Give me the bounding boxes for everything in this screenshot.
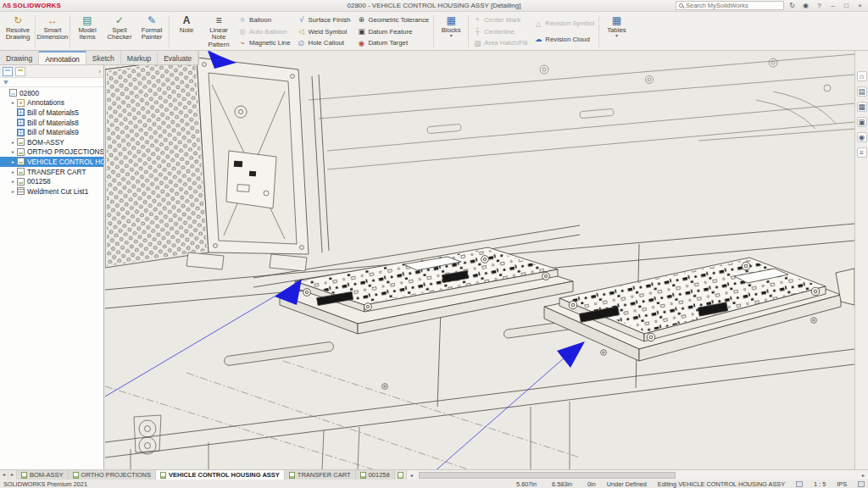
sheet-tab-transfer-cart[interactable]: TRANSFER CART [285, 470, 356, 480]
tab-drawing[interactable]: Drawing [0, 51, 39, 64]
tab-markup[interactable]: Markup [121, 51, 158, 64]
blocks-dropdown-icon[interactable]: ▾ [450, 34, 453, 38]
feature-tree: 02800 ▸ Annotations Bill of Materials5 B… [0, 87, 103, 469]
sheet-icon [17, 168, 25, 175]
tree-item-bom-assy[interactable]: ▸ BOM-ASSY [0, 137, 103, 147]
tree-item-bill-of-materials9[interactable]: Bill of Materials9 [0, 127, 103, 137]
scrollbar-thumb[interactable] [419, 472, 676, 479]
property-manager-tab-icon[interactable] [15, 67, 25, 76]
sheet-tab-vehicle-control-housing-assy[interactable]: VEHICLE CONTROL HOUSING ASSY [156, 470, 285, 480]
command-manager-ribbon: ↻ Resolve Drawing ↔ Smart Dimension ▤ Mo… [0, 12, 868, 51]
tab-annotation[interactable]: Annotation [39, 51, 86, 64]
surface-finish-button[interactable]: √ Surface Finish [296, 14, 353, 25]
blocks-button[interactable]: ▦ Blocks ▾ [435, 13, 467, 50]
bom-table-icon [17, 119, 25, 126]
status-y: 6.583in [552, 480, 572, 488]
panel-flyout-arrow-icon[interactable]: › [98, 68, 101, 75]
sheet-icon [289, 472, 295, 479]
centerline-button[interactable]: ┼ Centerline [471, 26, 529, 37]
status-z: 0in [587, 480, 596, 488]
area-hatch-fill-button[interactable]: ▨ Area Hatch/Fill [471, 37, 529, 48]
scroll-left-arrow-icon[interactable]: ◂ [407, 472, 416, 478]
maximize-button[interactable]: □ [841, 0, 852, 11]
area-hatch-fill-icon: ▨ [473, 39, 481, 47]
format-painter-button[interactable]: ✎ Format Painter [136, 13, 168, 50]
drawing-sheet[interactable] [105, 51, 854, 469]
task-pane-file-explorer-icon[interactable]: ▦ [857, 102, 867, 112]
weld-symbol-button[interactable]: ◁ Weld Symbol [296, 26, 353, 37]
add-sheet-icon[interactable] [395, 470, 407, 480]
minimize-button[interactable]: – [827, 0, 838, 11]
drawing-canvas[interactable] [105, 51, 854, 469]
tree-item-bill-of-materials8[interactable]: Bill of Materials8 [0, 118, 103, 128]
linear-note-pattern-button[interactable]: ≡ Linear Note Pattern [203, 13, 235, 50]
center-mark-button[interactable]: + Center Mark [471, 14, 529, 25]
tables-button[interactable]: ▦ Tables ▾ [600, 13, 632, 50]
magnetic-line-button[interactable]: ~ Magnetic Line [236, 37, 292, 48]
solidworks-logo-text: SOLIDWORKS [13, 2, 61, 9]
sync-icon[interactable]: ↻ [787, 0, 798, 11]
sheet-tab-bar: ◂ ▸ BOM-ASSY ORTHO PROJECTIONS VEHICLE C… [0, 469, 868, 480]
task-pane-resources-icon[interactable]: ⌂ [857, 71, 867, 81]
note-button[interactable]: A Note [170, 13, 203, 50]
surface-finish-icon: √ [298, 15, 306, 24]
tree-item-bill-of-materials5[interactable]: Bill of Materials5 [0, 108, 103, 118]
sheet-scroll-first-icon[interactable]: ◂ [0, 470, 8, 480]
tree-item-vehicle-control-housing-assy[interactable]: ▸ VEHICLE CONTROL HOUSING ASSY [0, 157, 103, 167]
sheet-tab-ortho-projections[interactable]: ORTHO PROJECTIONS [69, 470, 156, 480]
resolve-drawing-button[interactable]: ↻ Resolve Drawing [2, 13, 34, 50]
task-pane-custom-properties-icon[interactable]: ≡ [857, 147, 867, 158]
status-definition-state: Under Defined [607, 480, 647, 488]
revision-symbol-button[interactable]: △ Revision Symbol [532, 18, 596, 29]
datum-target-button[interactable]: ◉ Datum Target [355, 37, 431, 48]
auto-balloon-button[interactable]: ◎ Auto Balloon [236, 26, 292, 37]
sheet-scroll-last-icon[interactable]: ▸ [8, 470, 17, 480]
status-units[interactable]: IPS [837, 480, 847, 488]
tables-dropdown-icon[interactable]: ▾ [615, 34, 618, 38]
sheet-tab-bom-assy[interactable]: BOM-ASSY [17, 470, 69, 480]
scroll-right-arrow-icon[interactable]: ▸ [859, 472, 868, 478]
status-options-icon[interactable] [858, 481, 865, 487]
horizontal-scrollbar[interactable]: ◂ ▸ [407, 470, 868, 480]
tab-sketch[interactable]: Sketch [86, 51, 121, 64]
sheet-scale-icon[interactable] [796, 481, 803, 487]
tree-item-02800[interactable]: 02800 [0, 88, 103, 98]
center-mark-icon: + [473, 15, 481, 24]
task-pane-design-library-icon[interactable]: ▤ [857, 86, 867, 97]
sheet-icon [73, 472, 79, 479]
geometric-tolerance-button[interactable]: ⊕ Geometric Tolerance [355, 14, 431, 25]
task-pane-appearances-icon[interactable]: ◉ [857, 132, 867, 142]
smart-dimension-button[interactable]: ↔ Smart Dimension [36, 13, 69, 50]
spell-checker-button[interactable]: ✓ Spell Checker [103, 13, 136, 50]
tree-item-weldment-cut-list1[interactable]: ▸ Weldment Cut List1 [0, 186, 103, 197]
hole-callout-button[interactable]: ∅ Hole Callout [296, 37, 353, 48]
balloon-button[interactable]: ○ Balloon [236, 14, 292, 25]
revision-cloud-button[interactable]: ☁ Revision Cloud [532, 34, 596, 45]
help-icon[interactable]: ? [814, 0, 825, 11]
panel-filter-row [0, 78, 103, 87]
tree-item-ortho-projections[interactable]: ▸ ORTHO PROJECTIONS [0, 147, 103, 158]
task-pane-view-palette-icon[interactable]: ▣ [857, 117, 867, 127]
search-input[interactable] [686, 2, 781, 9]
status-sheet-scale[interactable]: 1 : 5 [814, 480, 826, 488]
revision-symbol-icon: △ [534, 19, 542, 28]
hole-callout-icon: ∅ [298, 39, 306, 47]
ribbon-column-symbols: √ Surface Finish ◁ Weld Symbol ∅ Hole Ca… [294, 13, 354, 50]
close-button[interactable]: × [854, 0, 865, 11]
featuremanager-tree-tab-icon[interactable] [3, 67, 13, 76]
note-icon: A [183, 14, 191, 27]
scrollbar-track[interactable] [416, 471, 859, 480]
model-items-button[interactable]: ▤ Model Items [71, 13, 103, 50]
tab-evaluate[interactable]: Evaluate [158, 51, 198, 64]
sheet-tab-001258[interactable]: 001258 [356, 470, 395, 480]
perforated-enclosure[interactable] [105, 58, 329, 271]
search-box[interactable] [676, 1, 784, 10]
format-painter-icon: ✎ [147, 14, 156, 27]
tree-item-annotations[interactable]: ▸ Annotations [0, 98, 103, 108]
tree-item-transfer-cart[interactable]: ▸ TRANSFER CART [0, 167, 103, 177]
sheet-icon [160, 472, 166, 479]
filter-icon[interactable] [3, 80, 8, 85]
datum-feature-button[interactable]: ▣ Datum Feature [355, 26, 431, 37]
tree-item-001258[interactable]: ▸ 001258 [0, 176, 103, 186]
user-icon[interactable]: ◉ [800, 0, 811, 11]
